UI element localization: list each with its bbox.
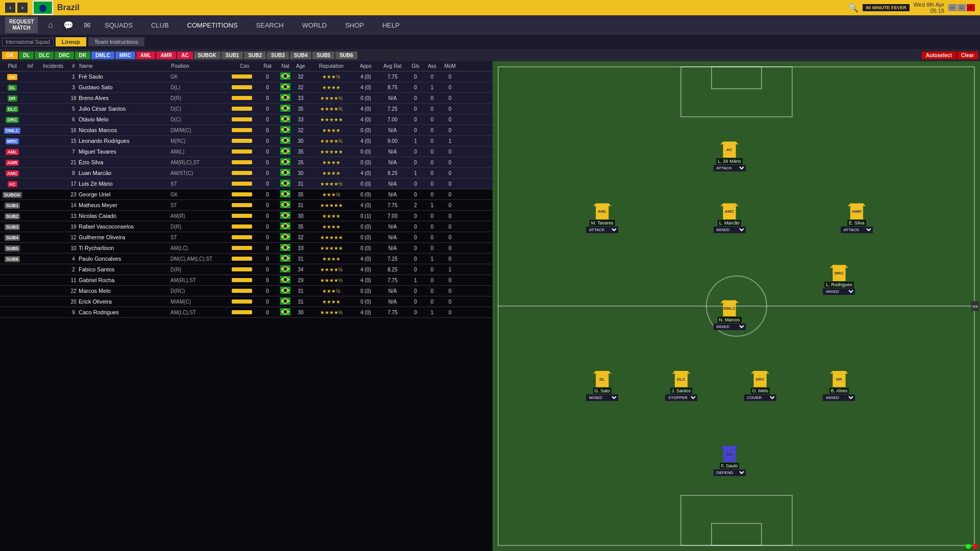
game-logo: 90 MINUTE FEVER — [863, 4, 910, 11]
pitch-player-dl[interactable]: DL G. Sato ATTACKMIXEDDEFENDSTOPPERCOVER… — [586, 371, 618, 401]
svg-point-50 — [284, 246, 287, 249]
pos-tab-dmlc[interactable]: DMLC — [91, 52, 114, 59]
squads-nav[interactable]: SQUADS — [101, 19, 137, 31]
svg-point-17 — [284, 128, 287, 132]
pitch-player-drc[interactable]: DRC O. Melo ATTACKMIXEDDEFENDSTOPPERCOVE… — [744, 371, 776, 401]
pos-tab-sub6[interactable]: SUB6 — [335, 52, 357, 59]
pos-tab-gk[interactable]: GK — [2, 52, 18, 59]
svg-point-38 — [284, 203, 287, 207]
table-row[interactable]: SUB6 4 Paulo Goncalves DM(C),AM(LC),ST 0… — [0, 254, 493, 264]
position-tabs: GK DL DLC DRC DR DMLC MRC AML AMR AC SUB… — [0, 49, 980, 61]
svg-point-11 — [284, 107, 287, 110]
role-select-drc[interactable]: ATTACKMIXEDDEFENDSTOPPERCOVERSUPPORT — [744, 394, 776, 401]
forward-button[interactable]: › — [17, 3, 28, 13]
pos-tab-drc[interactable]: DRC — [55, 52, 74, 59]
pitch-player-aml[interactable]: AML M. Tavares ATTACKMIXEDDEFENDSTOPPERC… — [586, 203, 618, 233]
sub-nav: International Squad Lineup Team Instruct… — [0, 35, 980, 49]
request-match-button[interactable]: REQUESTMATCH — [5, 17, 38, 33]
search-nav[interactable]: SEARCH — [252, 19, 288, 31]
table-row[interactable]: SUB2 13 Nicolas Caiado AM(R) 0 30 ★★★★ 0… — [0, 211, 493, 221]
table-row[interactable]: AC 17 Luis Zé Mário ST 0 31 ★★★★½ 0 (0) … — [0, 179, 493, 189]
col-incidents: Incidents — [38, 62, 68, 70]
nav-arrows: ‹ › — [5, 3, 28, 13]
pitch-player-amc[interactable]: AMC L. Marcão ATTACKMIXEDDEFENDSTOPPERCO… — [714, 203, 746, 233]
table-row[interactable]: DL 3 Gustavo Sato D(L) 0 32 ★★★★ 4 (0) 8… — [0, 82, 493, 93]
lineup-tab[interactable]: Lineup — [56, 37, 86, 46]
club-nav[interactable]: CLUB — [147, 19, 173, 31]
mail-icon[interactable]: ✉ — [84, 20, 90, 30]
table-row[interactable]: 20 Erick Oliveira M/AM(C) 0 31 ★★★★ 0 (0… — [0, 296, 493, 307]
pos-tab-aml[interactable]: AML — [136, 52, 156, 59]
pos-tab-ac[interactable]: AC — [177, 52, 192, 59]
table-row[interactable]: DRC 6 Otávio Melo D(C) 0 33 ★★★★★ 4 (0) … — [0, 114, 493, 125]
role-select-gk[interactable]: ATTACKMIXEDDEFENDSTOPPERCOVERSUPPORT — [714, 469, 746, 476]
pos-tab-subgk[interactable]: SUBGK — [194, 52, 220, 59]
col-ass: Ass — [423, 62, 441, 70]
table-row[interactable]: AML 7 Miguel Tavares AM(L) 0 35 ★★★★★ 0 … — [0, 146, 493, 157]
role-select-mrc[interactable]: ATTACKMIXEDDEFENDSTOPPERCOVERSUPPORT — [823, 288, 855, 295]
col-mom: MoM — [441, 62, 459, 70]
expand-pitch-button[interactable]: »» — [971, 302, 979, 311]
role-select-amc[interactable]: ATTACKMIXEDDEFENDSTOPPERCOVERSUPPORT — [714, 227, 746, 233]
pos-tab-amr[interactable]: AMR — [156, 52, 176, 59]
pitch-player-ac[interactable]: AC L. Zé Mário ATTACKMIXEDDEFENDSTOPPERC… — [714, 141, 746, 171]
svg-point-41 — [284, 214, 287, 217]
clear-button[interactable]: Clear — [957, 52, 978, 59]
table-row[interactable]: 22 Marcos Melo D(RC) 0 31 ★★★½ 0 (0) N/A… — [0, 286, 493, 296]
pitch-player-gk[interactable]: GK F. Saulo ATTACKMIXEDDEFENDSTOPPERCOVE… — [714, 446, 746, 476]
chat-icon[interactable]: 💬 — [63, 20, 74, 30]
pos-tab-sub1[interactable]: SUB1 — [222, 52, 243, 59]
table-row[interactable]: 2 Fabico Santos D(R) 0 34 ★★★★½ 4 (0) 8.… — [0, 264, 493, 275]
table-row[interactable]: SUB1 14 Matheus Meyer ST 0 31 ★★★★★ 4 (0… — [0, 200, 493, 211]
table-row[interactable]: 9 Caco Rodrigues AM(LC),ST 0 30 ★★★★½ 4 … — [0, 307, 493, 318]
autoselect-button[interactable]: Autoselect — [922, 52, 956, 59]
role-select-dl[interactable]: ATTACKMIXEDDEFENDSTOPPERCOVERSUPPORT — [586, 394, 618, 401]
table-row[interactable]: AMC 8 Luan Marcão AM/ST(C) 0 30 ★★★★ 4 (… — [0, 168, 493, 179]
pos-tab-mrc[interactable]: MRC — [115, 52, 135, 59]
role-select-dr[interactable]: ATTACKMIXEDDEFENDSTOPPERCOVERSUPPORT — [823, 394, 855, 401]
role-select-dlc[interactable]: ATTACKMIXEDDEFENDSTOPPERCOVERSUPPORT — [665, 394, 697, 401]
table-row[interactable]: GK 1 Fré Saulo GK 0 32 ★★★½ 4 (0) 7.75 0… — [0, 71, 493, 82]
table-row[interactable]: SUB4 12 Guilherme Oliveira ST 0 32 ★★★★★… — [0, 232, 493, 243]
pos-tab-sub5[interactable]: SUB5 — [312, 52, 334, 59]
pitch-player-amr[interactable]: AMR É. Silva ATTACKMIXEDDEFENDSTOPPERCOV… — [841, 203, 873, 233]
svg-point-56 — [284, 267, 287, 271]
pos-tab-sub2[interactable]: SUB2 — [244, 52, 266, 59]
pos-tab-sub4[interactable]: SUB4 — [290, 52, 312, 59]
table-row[interactable]: MRC 15 Leonardo Rodrigues M(RC) 0 30 ★★★… — [0, 136, 493, 146]
table-row[interactable]: SUBGK 23 George Uriel GK 0 35 ★★★½ 0 (0)… — [0, 189, 493, 200]
pitch-player-dlc[interactable]: DLC J. Santos ATTACKMIXEDDEFENDSTOPPERCO… — [665, 371, 697, 401]
minimize-button[interactable]: — — [948, 4, 957, 11]
table-row[interactable]: SUB3 19 Rafael Vascoconselos D(R) 0 35 ★… — [0, 221, 493, 232]
role-select-dmlc[interactable]: ATTACKMIXEDDEFENDSTOPPERCOVERSUPPORT — [714, 323, 746, 330]
shop-nav[interactable]: SHOP — [341, 19, 368, 31]
pos-tab-dlc[interactable]: DLC — [35, 52, 54, 59]
pos-tab-dl[interactable]: DL — [19, 52, 34, 59]
role-select-amr[interactable]: ATTACKMIXEDDEFENDSTOPPERCOVERSUPPORT — [841, 227, 873, 233]
table-row[interactable]: 11 Gabriel Rocha AM(RL),ST 0 29 ★★★★½ 4 … — [0, 275, 493, 286]
search-icon[interactable]: 🔍 — [848, 3, 859, 13]
table-row[interactable]: DMLC 16 Nicolas Marcos DM/M(C) 0 32 ★★★★… — [0, 125, 493, 136]
close-button[interactable]: ✕ — [967, 4, 975, 11]
pos-tab-sub3[interactable]: SUB3 — [267, 52, 289, 59]
maximize-button[interactable]: □ — [958, 4, 966, 11]
role-select-aml[interactable]: ATTACKMIXEDDEFENDSTOPPERCOVERSUPPORT — [586, 227, 618, 233]
help-nav[interactable]: HELP — [378, 19, 404, 31]
role-select-ac[interactable]: ATTACKMIXEDDEFENDSTOPPERCOVERSUPPORT — [714, 165, 746, 171]
home-icon[interactable]: ⌂ — [48, 20, 53, 30]
competitions-nav[interactable]: COMPETITIONS — [183, 19, 242, 31]
back-button[interactable]: ‹ — [5, 3, 15, 13]
pitch-player-dmlc[interactable]: DMLC N. Marcos ATTACKMIXEDDEFENDSTOPPERC… — [714, 300, 746, 330]
col-pkd: Pkd — [2, 62, 22, 70]
pitch-player-mrc[interactable]: MRC L. Rodrigues ATTACKMIXEDDEFENDSTOPPE… — [823, 265, 855, 295]
table-row[interactable]: AMR 21 Ézio Silva AM(RLC),ST 0 26 ★★★★ 0… — [0, 157, 493, 168]
team-instructions-tab[interactable]: Team Instructions — [88, 37, 144, 46]
table-row[interactable]: DLC 5 Julio César Santos D(C) 0 35 ★★★★½… — [0, 104, 493, 114]
pos-tab-dr[interactable]: DR — [75, 52, 90, 59]
pitch-player-dr[interactable]: DR B. Alves ATTACKMIXEDDEFENDSTOPPERCOVE… — [823, 371, 855, 401]
world-nav[interactable]: WORLD — [298, 19, 331, 31]
date-time: Wed 8th Apr 05:18 — [914, 2, 944, 14]
table-row[interactable]: DR 18 Breno Alves D(R) 0 33 ★★★★½ 0 (0) … — [0, 93, 493, 104]
svg-point-44 — [284, 224, 287, 228]
table-row[interactable]: SUB5 10 Ti Rycharlison AM(LC) 0 33 ★★★★★… — [0, 243, 493, 254]
